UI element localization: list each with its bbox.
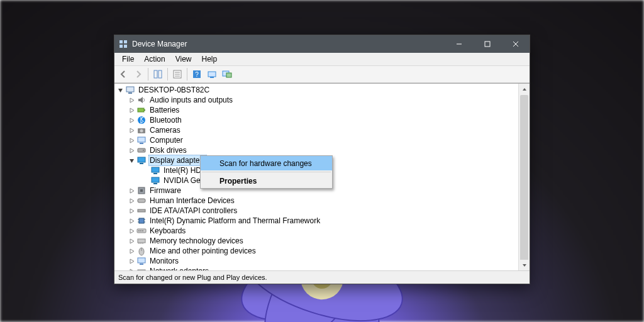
collapse-icon[interactable] bbox=[117, 87, 124, 94]
menu-action[interactable]: Action bbox=[139, 53, 170, 65]
spacer bbox=[142, 177, 149, 184]
properties-button[interactable] bbox=[170, 67, 185, 82]
app-icon bbox=[118, 39, 128, 49]
svg-rect-28 bbox=[128, 92, 132, 94]
expand-icon[interactable] bbox=[128, 117, 135, 124]
svg-rect-9 bbox=[119, 45, 123, 48]
context-menu: Scan for hardware changes Properties bbox=[200, 155, 333, 189]
help-button[interactable]: ? bbox=[189, 67, 204, 82]
tree-item[interactable]: Cameras bbox=[114, 125, 518, 135]
svg-rect-29 bbox=[138, 108, 144, 112]
svg-point-33 bbox=[140, 130, 143, 133]
svg-rect-10 bbox=[124, 45, 127, 48]
close-button[interactable] bbox=[501, 35, 530, 53]
tree-item-label: Monitors bbox=[148, 256, 180, 266]
computer-icon bbox=[136, 135, 147, 145]
expand-icon[interactable] bbox=[128, 218, 135, 225]
tree-item-label: Cameras bbox=[148, 125, 182, 135]
svg-rect-16 bbox=[158, 70, 162, 78]
expand-icon[interactable] bbox=[128, 238, 135, 245]
menu-view[interactable]: View bbox=[170, 53, 197, 65]
svg-rect-55 bbox=[140, 230, 142, 231]
titlebar[interactable]: Device Manager bbox=[114, 35, 530, 53]
expand-icon[interactable] bbox=[128, 208, 135, 214]
expand-icon[interactable] bbox=[128, 258, 135, 265]
menu-help[interactable]: Help bbox=[197, 53, 223, 65]
svg-rect-23 bbox=[208, 72, 216, 77]
context-properties[interactable]: Properties bbox=[201, 174, 332, 188]
tree-item[interactable]: Keyboards bbox=[114, 226, 518, 236]
status-text: Scan for changed or new Plug and Play de… bbox=[118, 274, 267, 281]
camera-icon bbox=[136, 125, 147, 135]
svg-rect-24 bbox=[210, 77, 214, 78]
mouse-icon bbox=[136, 246, 147, 256]
svg-rect-30 bbox=[144, 109, 145, 111]
expand-icon[interactable] bbox=[128, 137, 135, 144]
tree-item[interactable]: Human Interface Devices bbox=[114, 196, 518, 206]
tree-item[interactable]: Disk drives bbox=[114, 145, 518, 155]
expand-icon[interactable] bbox=[128, 127, 135, 134]
expand-icon[interactable] bbox=[128, 187, 135, 194]
svg-rect-8 bbox=[124, 40, 127, 43]
back-button[interactable] bbox=[116, 67, 131, 82]
tree-item-label: Bluetooth bbox=[148, 115, 183, 125]
scan-hardware-button[interactable] bbox=[204, 67, 219, 82]
context-item-label: Scan for hardware changes bbox=[219, 159, 312, 168]
toolbar: ? bbox=[114, 66, 530, 83]
forward-button[interactable] bbox=[131, 67, 146, 82]
svg-rect-47 bbox=[138, 209, 145, 212]
minimize-button[interactable] bbox=[445, 35, 473, 53]
display-icon bbox=[136, 155, 147, 165]
svg-rect-35 bbox=[140, 143, 143, 144]
context-item-label: Properties bbox=[219, 177, 257, 186]
toolbar-separator bbox=[148, 68, 148, 80]
tree-item[interactable]: Mice and other pointing devices bbox=[114, 246, 518, 256]
tree-item-label: Display adapters bbox=[148, 155, 207, 166]
svg-rect-36 bbox=[138, 148, 145, 152]
expand-icon[interactable] bbox=[128, 228, 135, 235]
svg-rect-12 bbox=[485, 42, 490, 47]
tree-item[interactable]: Monitors bbox=[114, 256, 518, 266]
firmware-icon bbox=[136, 186, 147, 196]
show-hide-tree-button[interactable] bbox=[150, 67, 165, 82]
tree-item-label: Memory technology devices bbox=[148, 236, 245, 246]
context-scan-hardware[interactable]: Scan for hardware changes bbox=[201, 156, 332, 170]
expand-icon[interactable] bbox=[128, 97, 135, 104]
expand-icon[interactable] bbox=[128, 248, 135, 255]
svg-rect-34 bbox=[138, 137, 145, 142]
tree-item-label: Audio inputs and outputs bbox=[148, 95, 234, 105]
tree-item[interactable]: Intel(R) Dynamic Platform and Thermal Fr… bbox=[114, 216, 518, 226]
svg-rect-27 bbox=[126, 87, 134, 92]
tree-root[interactable]: DESKTOP-0BST82C bbox=[114, 85, 518, 95]
devices-button[interactable] bbox=[219, 67, 235, 82]
tree-item-label: Keyboards bbox=[148, 226, 187, 236]
tree-item[interactable]: Audio inputs and outputs bbox=[114, 95, 518, 105]
expand-icon[interactable] bbox=[128, 268, 135, 271]
tree-item[interactable]: Computer bbox=[114, 135, 518, 145]
scrollbar-thumb[interactable] bbox=[520, 95, 528, 271]
tree-item[interactable]: Network adapters bbox=[114, 266, 518, 270]
tree-item[interactable]: Batteries bbox=[114, 105, 518, 115]
vertical-scrollbar[interactable] bbox=[518, 84, 530, 270]
network-icon bbox=[136, 266, 147, 270]
scroll-up-button[interactable] bbox=[519, 84, 530, 94]
tree-item[interactable]: IDE ATA/ATAPI controllers bbox=[114, 206, 518, 216]
scroll-down-button[interactable] bbox=[519, 260, 530, 270]
expand-icon[interactable] bbox=[128, 197, 135, 204]
svg-rect-38 bbox=[138, 157, 145, 162]
disk-icon bbox=[136, 145, 147, 155]
expand-icon[interactable] bbox=[128, 147, 135, 154]
maximize-button[interactable] bbox=[473, 35, 501, 53]
menu-file[interactable]: File bbox=[117, 53, 139, 65]
svg-rect-45 bbox=[140, 189, 143, 192]
tree-item[interactable]: Bluetooth bbox=[114, 115, 518, 125]
tree-item-label: Network adapters bbox=[148, 266, 210, 270]
tree-item-label: IDE ATA/ATAPI controllers bbox=[148, 206, 238, 216]
collapse-icon[interactable] bbox=[128, 157, 135, 164]
tree-item-label: Human Interface Devices bbox=[148, 196, 236, 206]
expand-icon[interactable] bbox=[128, 107, 135, 114]
audio-icon bbox=[136, 95, 147, 105]
tree-item[interactable]: Memory technology devices bbox=[114, 236, 518, 246]
tree-item-label: Firmware bbox=[148, 186, 182, 196]
tree-item-label: Disk drives bbox=[148, 145, 188, 155]
